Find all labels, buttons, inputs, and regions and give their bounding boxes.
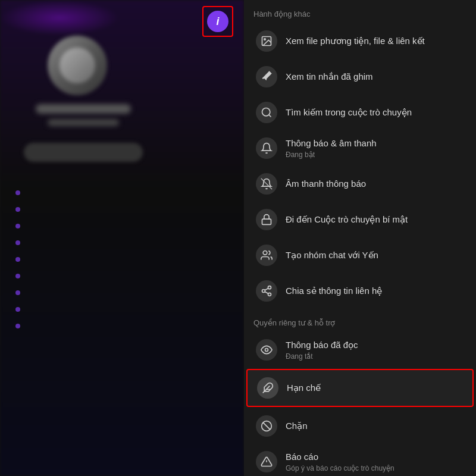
purple-glow [0,0,119,36]
pin-icon [256,66,277,87]
svg-rect-5 [262,219,271,224]
user-status [48,119,119,126]
menu-item-chia-se-text: Chia sẻ thông tin liên hệ [286,285,464,297]
svg-line-10 [265,292,268,293]
search-icon [256,102,277,123]
svg-line-4 [261,178,272,189]
lock-icon [256,209,277,230]
menu-item-han-che-text: Hạn chế [287,382,463,394]
info-button-highlight: i [202,6,233,37]
menu-item-bi-mat[interactable]: Đi đến Cuộc trò chuyện bí mật [246,202,474,237]
menu-item-tim-kiem-text: Tìm kiếm trong cuộc trò chuyện [286,107,464,118]
action-bar [24,143,143,162]
menu-item-chan[interactable]: Chặn [246,408,474,444]
menu-item-han-che[interactable]: Hạn chế [246,369,474,407]
menu-item-tao-nhom-text: Tạo nhóm chat với Yến [286,249,464,261]
svg-point-9 [268,293,271,296]
svg-point-1 [264,39,266,40]
user-name [36,104,131,114]
eye-icon [256,339,277,361]
avatar [48,36,107,95]
chat-panel: i [0,0,244,476]
svg-line-11 [265,288,268,290]
menu-item-da-doc[interactable]: Thông báo đã đọc Đang tắt [246,332,474,368]
menu-item-xem-file-text: Xem file phương tiện, file & liên kết [286,35,464,47]
menu-item-chia-se[interactable]: Chia sẻ thông tin liên hệ [246,273,474,309]
menu-item-bao-cao[interactable]: Báo cáo Góp ý và báo cáo cuộc trò chuyện [246,444,474,476]
menu-item-am-thanh[interactable]: Âm thanh thông báo [246,166,474,202]
section-header-quyen-rieng-tu: Quyền riêng tư & hỗ trợ [244,309,476,332]
bell-icon [256,137,277,159]
block-icon [256,415,277,437]
info-button[interactable]: i [207,11,228,32]
menu-item-ghim-text: Xem tin nhắn đã ghim [286,71,464,83]
svg-point-6 [263,251,267,255]
share-icon [256,280,277,302]
image-icon [256,30,277,52]
dots-pattern [6,178,30,476]
users-icon [256,245,277,266]
bell-off-icon [256,173,277,195]
chat-background [0,0,244,476]
menu-item-tao-nhom[interactable]: Tạo nhóm chat với Yến [246,237,474,273]
menu-item-tim-kiem[interactable]: Tìm kiếm trong cuộc trò chuyện [246,95,474,130]
feather-icon [257,377,278,399]
menu-item-chan-text: Chặn [286,420,464,432]
svg-point-12 [265,349,268,352]
menu-item-xem-file[interactable]: Xem file phương tiện, file & liên kết [246,23,474,59]
menu-item-bi-mat-text: Đi đến Cuộc trò chuyện bí mật [286,214,464,226]
menu-item-thong-bao[interactable]: Thông báo & âm thanh Đang bật [246,130,474,166]
svg-line-16 [263,422,270,430]
menu-item-bao-cao-text: Báo cáo Góp ý và báo cáo cuộc trò chuyện [286,451,464,472]
menu-item-am-thanh-text: Âm thanh thông báo [286,178,464,190]
svg-point-8 [262,290,265,293]
menu-panel[interactable]: Hành động khác Xem file phương tiện, fil… [244,0,476,476]
menu-item-ghim[interactable]: Xem tin nhắn đã ghim [246,59,474,95]
svg-point-2 [262,108,270,116]
svg-line-3 [269,115,271,117]
svg-point-7 [268,286,271,289]
warning-icon [256,451,277,472]
menu-item-da-doc-text: Thông báo đã đọc Đang tắt [286,339,464,361]
section-header-hanh-dong: Hành động khác [244,0,476,23]
info-icon: i [216,15,219,28]
menu-item-thong-bao-text: Thông báo & âm thanh Đang bật [286,137,464,159]
